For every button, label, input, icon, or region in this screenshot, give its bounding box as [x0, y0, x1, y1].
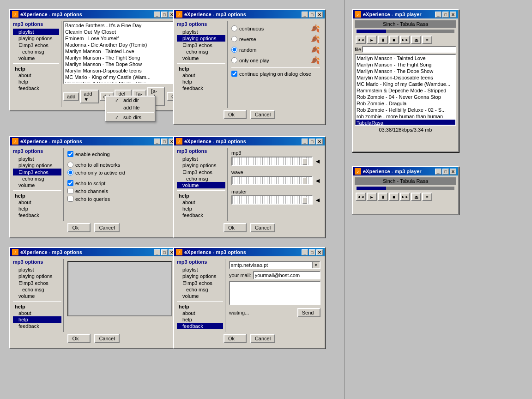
list-item[interactable]: rob zombie - more human than human: [356, 113, 455, 120]
tree-echomsg-3[interactable]: echo msg: [13, 175, 61, 182]
player-progress-bar[interactable]: [357, 30, 454, 33]
tree-playlist-1[interactable]: playlist: [13, 29, 59, 35]
list-item[interactable]: MC Mario - King of my Castle (Wamdue...: [356, 81, 455, 87]
stop-btn-p1[interactable]: ■: [389, 36, 399, 44]
radio-reverse-input[interactable]: [231, 36, 237, 42]
pause-btn-p1[interactable]: ⏸: [378, 36, 388, 44]
ok-btn-6[interactable]: Ok: [224, 334, 247, 343]
list-item[interactable]: Barcode Brothers - It's a Fine Day: [64, 22, 189, 29]
maximize-btn-6[interactable]: □: [309, 249, 315, 255]
list-item[interactable]: Rob Zombie - 04 - Never Gonna Stop: [356, 94, 455, 100]
tree-help-1[interactable]: help: [13, 79, 59, 85]
tree-about-6[interactable]: about: [177, 310, 223, 316]
radio-echo-all-input[interactable]: [67, 162, 73, 168]
maximize-btn-3[interactable]: □: [161, 139, 168, 145]
tree-mp3echos-5[interactable]: ⊟mp3 echos: [13, 279, 61, 286]
tree-playlist-5[interactable]: playlist: [13, 266, 61, 273]
list-item[interactable]: Cleanin Out My Closet: [64, 29, 189, 35]
list-item[interactable]: Marilyn Manson - The Fight Song: [64, 54, 189, 61]
menu-subdirs[interactable]: ✓ sub-dirs: [106, 114, 155, 121]
list-item[interactable]: Marilyn Manson - The Fight Song: [356, 61, 455, 68]
list-item[interactable]: Madonna - Die Another Day (Remix): [64, 42, 189, 48]
list-item[interactable]: Rammstein & Depeche Mode - Strip...: [64, 80, 189, 84]
check-continue-playing[interactable]: continue playing on dialog close: [231, 70, 320, 78]
check-echo-script-input[interactable]: [67, 180, 73, 186]
maximize-btn-5[interactable]: □: [161, 249, 168, 255]
tree-volume-4[interactable]: volume: [177, 182, 225, 188]
minimize-btn-4[interactable]: _: [302, 139, 308, 145]
ok-btn-3[interactable]: Ok: [67, 223, 91, 232]
prev-btn-p1[interactable]: ◄◄: [356, 36, 366, 44]
minimize-btn-p2[interactable]: _: [435, 169, 441, 175]
tree-playing-options-5[interactable]: playing options: [13, 273, 61, 279]
list-item[interactable]: MC Mario - King of my Castle (Wam...: [64, 74, 189, 80]
tree-echomsg-2[interactable]: echo msg: [177, 48, 225, 55]
tree-playing-options-4[interactable]: playing options: [177, 162, 225, 169]
maximize-btn-p1[interactable]: □: [442, 12, 449, 18]
check-echo-channels-input[interactable]: [67, 188, 73, 194]
tree-feedback-3[interactable]: feedback: [13, 212, 61, 218]
radio-random[interactable]: random 🍂: [231, 44, 320, 55]
close-btn-p1[interactable]: ✕: [450, 12, 456, 18]
tree-help-2[interactable]: help: [177, 79, 225, 85]
playlist-btn-p2[interactable]: ≡: [422, 193, 432, 201]
radio-echo-active-input[interactable]: [67, 169, 73, 175]
radio-only-one[interactable]: only one play 🍂: [231, 55, 320, 66]
check-echo-channels[interactable]: echo channels: [67, 187, 172, 195]
player-progress-bar-2[interactable]: [357, 187, 454, 190]
list-item[interactable]: Marilyn Manson - Tainted Love: [356, 55, 455, 61]
radio-echo-active[interactable]: echo only to active cid: [67, 169, 172, 176]
close-btn-6[interactable]: ✕: [316, 249, 323, 255]
feedback-textarea[interactable]: [229, 281, 320, 305]
playlist-btn-p1[interactable]: ≡: [422, 36, 432, 44]
list-item[interactable]: Marylin Manson-Disposable teens: [356, 74, 455, 81]
tree-playing-options-6[interactable]: playing options: [177, 273, 223, 279]
tree-help-6[interactable]: help: [177, 316, 223, 323]
tree-playing-options-2[interactable]: playing options: [177, 35, 225, 42]
player-playlist-1[interactable]: Marilyn Manson - Tainted Love Marilyn Ma…: [355, 54, 456, 126]
next-btn-p2[interactable]: ►►: [400, 193, 410, 201]
check-enable-echoing[interactable]: enable echoing: [67, 150, 172, 158]
cancel-btn-4[interactable]: Cancel: [250, 223, 275, 232]
ok-btn-5[interactable]: Ok: [67, 334, 91, 343]
minimize-btn-2[interactable]: _: [302, 12, 308, 18]
tree-mp3echos-2[interactable]: ⊟mp3 echos: [177, 42, 225, 48]
cancel-btn-3[interactable]: Cancel: [94, 223, 119, 232]
cancel-btn-6[interactable]: Cancel: [250, 334, 275, 343]
stop-btn-p2[interactable]: ■: [389, 193, 399, 201]
prev-btn-p2[interactable]: ◄◄: [356, 193, 366, 201]
tree-echomsg-5[interactable]: echo msg: [13, 286, 61, 293]
add-button[interactable]: add: [63, 92, 79, 101]
list-item[interactable]: Eminem - Lose Yourself: [64, 35, 189, 42]
tree-about-2[interactable]: about: [177, 72, 225, 79]
ok-btn-2[interactable]: Ok: [224, 110, 247, 119]
maximize-btn-4[interactable]: □: [309, 139, 315, 145]
radio-echo-all[interactable]: echo to all networks: [67, 161, 172, 169]
minimize-btn-3[interactable]: _: [154, 139, 160, 145]
list-item[interactable]: Marilyn Manson - Tainted Love: [64, 48, 189, 54]
minimize-btn-6[interactable]: _: [302, 249, 308, 255]
wave-slider-arrow[interactable]: ◄: [314, 177, 320, 184]
tree-playing-options-1[interactable]: playing options: [13, 35, 59, 42]
radio-random-input[interactable]: [231, 47, 237, 53]
your-mail-input[interactable]: [253, 271, 320, 279]
check-enable-input[interactable]: [67, 151, 73, 157]
radio-reverse[interactable]: reverse 🍂: [231, 34, 320, 44]
tree-mp3echos-1[interactable]: ⊟mp3 echos: [13, 42, 59, 48]
send-btn[interactable]: Send: [297, 308, 320, 317]
play-btn-p2[interactable]: ►: [367, 193, 377, 201]
eject-btn-p2[interactable]: ⏏: [411, 193, 421, 201]
cancel-btn-2[interactable]: Cancel: [250, 110, 275, 119]
close-btn-p2[interactable]: ✕: [450, 169, 456, 175]
add-dropdown-btn[interactable]: add ▼: [80, 90, 98, 103]
radio-continuous[interactable]: continuous 🍂: [231, 23, 320, 34]
tree-mp3echos-4[interactable]: ⊟mp3 echos: [177, 169, 225, 175]
minimize-btn-1[interactable]: _: [154, 12, 160, 18]
tree-volume-5[interactable]: volume: [13, 293, 61, 299]
tree-playlist-3[interactable]: playlist: [13, 156, 61, 162]
list-item[interactable]: Marylin Manson-Disposable teens: [64, 67, 189, 74]
tree-help-4[interactable]: help: [177, 206, 225, 212]
tree-playlist-6[interactable]: playlist: [177, 266, 223, 273]
list-item[interactable]: Marilyn Manson - The Dope Show: [64, 61, 189, 67]
ok-btn-4[interactable]: Ok: [224, 223, 247, 232]
